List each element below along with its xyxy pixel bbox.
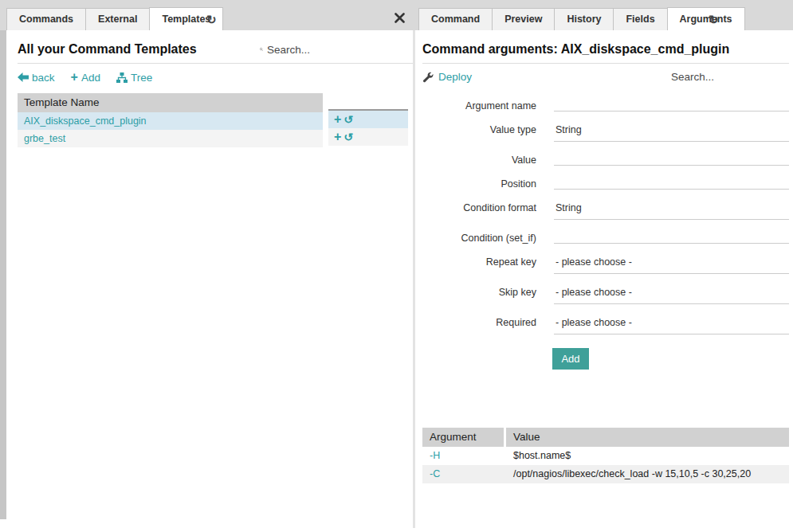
add-argument-button[interactable]: Add bbox=[552, 348, 589, 370]
panel-divider bbox=[413, 30, 415, 528]
templates-search bbox=[260, 44, 408, 56]
back-button[interactable]: back bbox=[18, 72, 55, 84]
template-row-actions: + ↺ bbox=[328, 111, 408, 128]
search-input[interactable] bbox=[671, 71, 793, 83]
back-arrow-icon bbox=[18, 72, 29, 82]
condition-format-label: Condition format bbox=[422, 198, 536, 220]
back-label: back bbox=[32, 72, 55, 84]
argument-row: -H $host.name$ bbox=[422, 447, 789, 465]
templates-toolbar: back + Add Tree bbox=[18, 64, 413, 92]
value-type-label: Value type bbox=[422, 119, 536, 142]
search-icon bbox=[260, 45, 263, 54]
tree-view-button[interactable]: Tree bbox=[116, 72, 152, 84]
form-row: Position bbox=[422, 174, 789, 190]
value-label: Value bbox=[422, 150, 536, 166]
column-header-value: Value bbox=[506, 428, 789, 447]
page-title: All your Command Templates bbox=[18, 42, 197, 57]
skip-key-select[interactable]: - please choose - bbox=[554, 282, 789, 304]
deploy-button[interactable]: Deploy bbox=[422, 71, 472, 83]
undo-icon[interactable]: ↺ bbox=[344, 131, 353, 143]
arguments-panel-header: Command arguments: AIX_diskspace_cmd_plu… bbox=[422, 30, 789, 64]
tab-history[interactable]: History bbox=[554, 8, 614, 30]
form-row: Condition (set_if) bbox=[422, 228, 789, 244]
position-input[interactable] bbox=[554, 174, 789, 190]
form-row: Value type String bbox=[422, 119, 789, 142]
tab-fields[interactable]: Fields bbox=[613, 8, 667, 30]
position-label: Position bbox=[422, 174, 536, 190]
required-select[interactable]: - please choose - bbox=[554, 312, 789, 334]
form-row: Skip key - please choose - bbox=[422, 282, 789, 304]
form-row: Condition format String bbox=[422, 198, 789, 220]
left-panel-tabs: Commands External Templates bbox=[6, 7, 222, 30]
refresh-icon[interactable]: ↻ bbox=[709, 14, 719, 25]
add-icon[interactable]: + bbox=[334, 131, 341, 143]
templates-table: Template Name AIX_diskspace_cmd_plugin g… bbox=[18, 93, 413, 147]
template-row[interactable]: grbe_test bbox=[18, 130, 323, 147]
column-header-template-name: Template Name bbox=[18, 93, 323, 112]
value-type-select[interactable]: String bbox=[554, 119, 789, 142]
right-panel-tabs: Command Preview History Fields Arguments bbox=[418, 7, 744, 30]
argument-row: -C /opt/nagios/libexec/check_load -w 15,… bbox=[422, 465, 789, 483]
column-header-argument: Argument bbox=[422, 428, 504, 447]
close-icon[interactable] bbox=[395, 13, 405, 23]
panel-edge-strip bbox=[0, 30, 6, 519]
arguments-toolbar: Deploy bbox=[422, 64, 789, 88]
add-label: Add bbox=[81, 72, 100, 84]
required-label: Required bbox=[422, 312, 536, 334]
form-row: Value bbox=[422, 150, 789, 166]
condition-setif-input[interactable] bbox=[554, 228, 789, 244]
condition-format-select[interactable]: String bbox=[554, 198, 789, 220]
actions-column-header bbox=[328, 93, 408, 111]
tab-command[interactable]: Command bbox=[418, 8, 493, 30]
add-icon[interactable]: + bbox=[334, 113, 341, 126]
templates-name-column: Template Name AIX_diskspace_cmd_plugin g… bbox=[18, 93, 323, 147]
templates-panel: All your Command Templates back + Add bbox=[6, 30, 413, 532]
repeat-key-select[interactable]: - please choose - bbox=[554, 252, 789, 274]
deploy-label: Deploy bbox=[438, 71, 472, 83]
tab-arguments[interactable]: Arguments bbox=[667, 7, 745, 30]
refresh-icon[interactable]: ↻ bbox=[206, 14, 217, 25]
skip-key-label: Skip key bbox=[422, 282, 536, 304]
template-row-actions: + ↺ bbox=[328, 128, 408, 146]
value-input[interactable] bbox=[554, 150, 789, 166]
arguments-search bbox=[667, 71, 789, 83]
form-row: Repeat key - please choose - bbox=[422, 252, 789, 274]
template-row[interactable]: AIX_diskspace_cmd_plugin bbox=[18, 112, 323, 130]
wrench-icon bbox=[422, 72, 434, 83]
arguments-table-header: Argument Value bbox=[422, 428, 789, 447]
argument-value: /opt/nagios/libexec/check_load -w 15,10,… bbox=[506, 465, 789, 483]
add-template-button[interactable]: + Add bbox=[71, 71, 100, 84]
argument-name-link[interactable]: -C bbox=[422, 465, 506, 483]
arguments-title: Command arguments: AIX_diskspace_cmd_plu… bbox=[422, 42, 729, 57]
tab-preview[interactable]: Preview bbox=[492, 8, 555, 30]
argument-form: Argument name Value type String Value Po… bbox=[422, 96, 789, 370]
undo-icon[interactable]: ↺ bbox=[344, 114, 353, 125]
templates-actions-column: + ↺ + ↺ bbox=[328, 93, 408, 147]
arguments-panel: Command arguments: AIX_diskspace_cmd_plu… bbox=[418, 30, 789, 532]
argument-value: $host.name$ bbox=[506, 447, 789, 465]
repeat-key-label: Repeat key bbox=[422, 252, 536, 274]
argument-name-link[interactable]: -H bbox=[422, 447, 506, 465]
condition-setif-label: Condition (set_if) bbox=[422, 228, 536, 244]
plus-icon: + bbox=[71, 71, 78, 84]
argument-name-input[interactable] bbox=[554, 96, 789, 111]
tab-external[interactable]: External bbox=[85, 8, 150, 30]
search-input[interactable] bbox=[267, 44, 408, 56]
arguments-table: Argument Value -H $host.name$ -C /opt/na… bbox=[422, 428, 789, 483]
templates-panel-header: All your Command Templates bbox=[18, 30, 413, 64]
argument-name-label: Argument name bbox=[422, 96, 536, 111]
form-row: Required - please choose - bbox=[422, 312, 789, 334]
tab-commands[interactable]: Commands bbox=[6, 8, 86, 30]
table-gap bbox=[323, 93, 328, 147]
tree-icon bbox=[116, 72, 128, 83]
form-row: Argument name bbox=[422, 96, 789, 111]
top-tab-bar: Commands External Templates ↻ Command Pr… bbox=[0, 0, 793, 30]
tree-label: Tree bbox=[131, 72, 152, 84]
